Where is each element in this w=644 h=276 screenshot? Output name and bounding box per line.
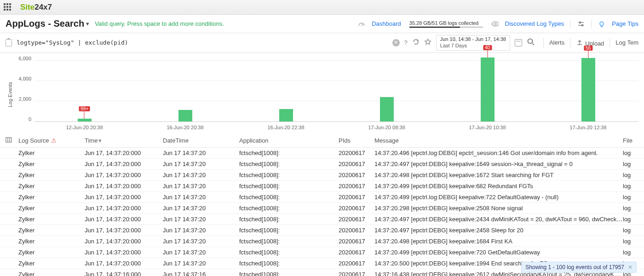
cell-datetime: Jun 17 14:37:20 [163, 260, 239, 267]
clipboard-icon[interactable] [6, 39, 12, 46]
eye-icon [491, 20, 499, 28]
search-icon[interactable] [527, 38, 535, 47]
refresh-icon[interactable] [412, 38, 420, 47]
storage-text: 35.28 GB/51 GB logs collected [409, 20, 483, 26]
title-dropdown-icon[interactable]: ▾ [86, 20, 89, 27]
clear-query-icon[interactable]: ✕ [392, 39, 400, 46]
cell-datetime: Jun 17 14:37:20 [163, 205, 239, 212]
cell-log-source: Zylker [18, 183, 85, 190]
discovered-log-types-link[interactable]: Discovered Log Types [505, 20, 564, 27]
cell-message: 14:37:20.298 [epctrl:DEBG] keepalive:250… [374, 205, 623, 212]
flag-marker[interactable]: 56 [584, 46, 592, 58]
cell-time: Jun 17, 14:37:20:000 [85, 194, 163, 201]
cell-file: log [623, 150, 638, 156]
cell-file: log [623, 161, 638, 167]
cell-log-source: Zylker [18, 238, 85, 245]
cell-pids: 20200617 [339, 205, 374, 212]
cell-file: log [623, 183, 638, 190]
cell-datetime: Jun 17 14:37:20 [163, 194, 239, 201]
cell-message: 14:37:20.496 [epctrl.log:DEBG] epctrl_se… [374, 150, 623, 156]
svg-point-0 [494, 23, 496, 25]
col-header-pids[interactable]: PIds [339, 137, 374, 144]
table-row[interactable]: ZylkerJun 17, 14:37:20:000Jun 17 14:37:2… [0, 192, 644, 203]
cell-pids: 20200617 [339, 249, 374, 256]
brand-logo[interactable]: Site24x7 [20, 3, 52, 12]
alerts-link[interactable]: Alerts [549, 39, 564, 46]
col-header-datetime[interactable]: DateTime [163, 137, 239, 144]
cell-time: Jun 17, 14:37:20:000 [85, 161, 163, 167]
cell-time: Jun 17, 14:37:20:000 [85, 183, 163, 190]
page-tips-link[interactable]: Page Tips [612, 20, 638, 27]
cell-file: log [623, 238, 638, 245]
close-icon[interactable]: ✕ [628, 264, 632, 270]
page-header: AppLogs - Search ▾ Valid query. Press sp… [0, 15, 644, 33]
cell-application: fctsched[1008]: [239, 161, 339, 167]
col-header-message[interactable]: Message [374, 137, 623, 144]
x-tick: 12-Jun-20 20:38 [66, 125, 103, 130]
table-row[interactable]: ZylkerJun 17, 14:37:20:000Jun 17 14:37:2… [0, 203, 644, 214]
table-row[interactable]: ZylkerJun 17, 14:37:20:000Jun 17 14:37:2… [0, 225, 644, 236]
table-row[interactable]: ZylkerJun 17, 14:37:20:000Jun 17 14:37:2… [0, 236, 644, 247]
results-table: Log Source⚠ Time▾ DateTime Application P… [0, 134, 644, 276]
flag-marker[interactable]: 40 [483, 45, 492, 58]
chart-bar[interactable] [178, 110, 192, 121]
cell-pids: 20200617 [339, 271, 374, 276]
page-title: AppLogs - Search [6, 18, 84, 29]
table-row[interactable]: ZylkerJun 17, 14:37:20:000Jun 17 14:37:2… [0, 148, 644, 159]
calendar-icon[interactable] [515, 39, 522, 46]
log-template-link[interactable]: Log Tem [615, 39, 638, 46]
star-icon[interactable] [424, 38, 431, 47]
cell-pids: 20200617 [339, 183, 374, 190]
cell-pids: 20200617 [339, 260, 374, 267]
chart-bar[interactable] [279, 109, 293, 121]
time-range-picker[interactable]: Jun 10, 14:38 - Jun 17, 14:38 Last 7 Day… [436, 35, 510, 51]
flag-marker[interactable]: 99+ [79, 106, 90, 119]
pager-toast: Showing 1 - 100 log events out of 17957 … [521, 262, 637, 273]
query-input[interactable]: logtype="SysLog" | exclude(pid) [17, 39, 392, 46]
chart-bar[interactable] [78, 119, 92, 121]
sliders-icon[interactable] [577, 20, 585, 28]
chart-area: Log Events 6,0004,0002,0000 99+4056 12-J… [0, 53, 644, 134]
cell-file: log [623, 227, 638, 234]
cell-pids: 20200617 [339, 238, 374, 245]
columns-config-icon[interactable] [6, 137, 18, 144]
chart-bar[interactable] [380, 97, 394, 121]
cell-application: fctsched[1008]: [239, 172, 339, 178]
chart-bar[interactable] [581, 58, 595, 121]
x-tick: 17-Jun-20 12:38 [569, 125, 606, 130]
table-row[interactable]: ZylkerJun 17, 14:37:20:000Jun 17 14:37:2… [0, 214, 644, 225]
cell-file: log [623, 172, 638, 178]
cell-pids: 20200617 [339, 227, 374, 234]
chart-plot[interactable]: 99+4056 [34, 56, 638, 122]
col-header-log-source[interactable]: Log Source⚠ [18, 137, 85, 144]
svg-point-3 [528, 39, 532, 44]
table-row[interactable]: ZylkerJun 17, 14:37:20:000Jun 17 14:37:2… [0, 170, 644, 181]
cell-message: 14:37:20.498 [epctrl:DEBG] keepalive:168… [374, 238, 623, 245]
query-help-icon[interactable]: ? [404, 39, 408, 46]
cell-application: fctsched[1008]: [239, 260, 339, 267]
upload-icon [576, 39, 583, 46]
cell-message: 14:37:20.499 [epctrl:DEBG] keepalive:682… [374, 183, 623, 190]
pager-text: Showing 1 - 100 log events out of 17957 [525, 264, 624, 270]
time-range-preset: Last 7 Days [440, 43, 506, 49]
sort-desc-icon: ▾ [98, 137, 102, 144]
cell-time: Jun 17, 14:37:20:000 [85, 249, 163, 256]
cell-message: 14:37:20.497 [epctrl:DEBG] keepalive:243… [374, 216, 623, 223]
cell-message: 14:37:20.497 [epctrl:DEBG] keepalive:245… [374, 227, 623, 234]
cell-time: Jun 17, 14:37:20:000 [85, 205, 163, 212]
col-header-time[interactable]: Time▾ [85, 137, 163, 144]
chart-bar[interactable] [481, 58, 494, 121]
table-row[interactable]: ZylkerJun 17, 14:37:20:000Jun 17 14:37:2… [0, 247, 644, 258]
table-row[interactable]: ZylkerJun 17, 14:37:20:000Jun 17 14:37:2… [0, 159, 644, 170]
cell-datetime: Jun 17 14:37:20 [163, 249, 239, 256]
cell-datetime: Jun 17 14:37:20 [163, 216, 239, 223]
dashboard-link[interactable]: Dashboard [372, 20, 401, 27]
cell-file: log [623, 249, 638, 256]
table-row[interactable]: ZylkerJun 17, 14:37:20:000Jun 17 14:37:2… [0, 181, 644, 192]
cell-log-source: Zylker [18, 172, 85, 178]
apps-menu-icon[interactable] [4, 3, 12, 12]
cell-log-source: Zylker [18, 260, 85, 267]
col-header-file[interactable]: File [623, 137, 638, 144]
col-header-application[interactable]: Application [239, 137, 339, 144]
cell-time: Jun 17, 14:37:20:000 [85, 238, 163, 245]
